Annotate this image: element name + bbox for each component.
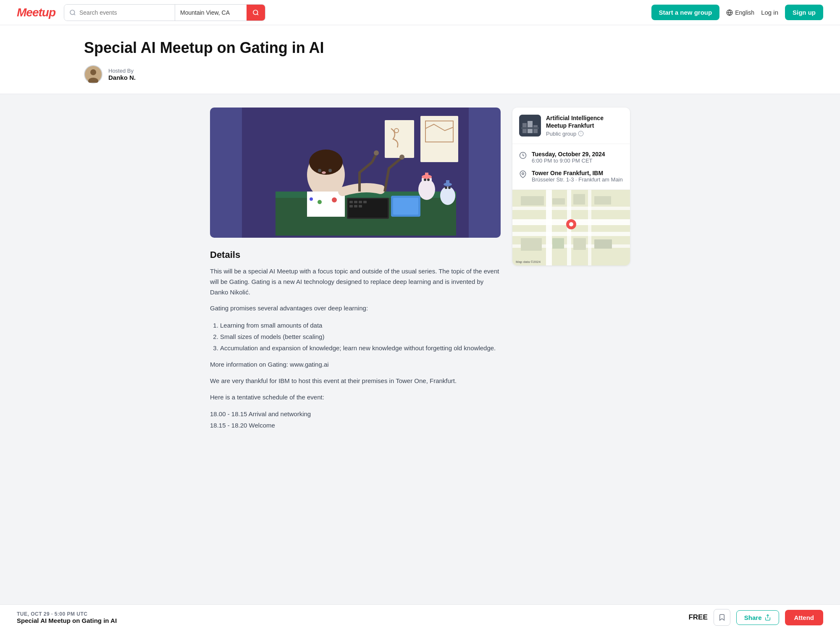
schedule-line-2: 18.15 - 18.20 Welcome (210, 420, 501, 431)
svg-point-18 (309, 150, 343, 175)
svg-rect-40 (354, 201, 357, 203)
svg-rect-72 (594, 196, 611, 205)
host-row: Hosted By Danko N. (84, 65, 756, 84)
svg-point-31 (440, 186, 455, 205)
language-selector[interactable]: English (726, 9, 754, 16)
group-info: Artificial Intelligence Meetup Frankfurt… (512, 108, 630, 144)
globe-icon (726, 9, 733, 16)
schedule-line-1: 18.00 - 18.15 Arrival and networking (210, 408, 501, 420)
svg-point-36 (448, 186, 451, 189)
details-heading: Details (210, 249, 501, 260)
svg-rect-17 (307, 192, 345, 217)
venue-meta-row: Tower One Frankfurt, IBM Brüsseler Str. … (519, 170, 623, 183)
date-primary: Tuesday, October 29, 2024 (532, 151, 605, 158)
list-item: Accumulation and expansion of knowledge;… (220, 342, 501, 354)
svg-point-20 (318, 169, 321, 172)
navbar: Meetup Start a new group English Log in … (0, 0, 840, 25)
location-input[interactable] (175, 5, 247, 21)
bottom-spacer (0, 453, 840, 482)
svg-rect-70 (552, 198, 565, 205)
svg-point-78 (569, 222, 573, 226)
svg-rect-73 (521, 238, 542, 251)
svg-rect-41 (359, 201, 362, 203)
svg-rect-44 (354, 205, 357, 207)
list-item: Small sizes of models (better scaling) (220, 331, 501, 342)
map-container[interactable]: Map data ©2024 (512, 190, 630, 265)
search-bar (64, 4, 265, 21)
svg-rect-43 (349, 205, 353, 207)
search-button[interactable] (247, 5, 265, 21)
svg-point-29 (424, 178, 426, 181)
description-5: Here is a tentative schedule of the even… (210, 392, 501, 403)
search-icon (69, 9, 76, 16)
svg-point-7 (90, 69, 96, 75)
venue-meta-text: Tower One Frankfurt, IBM Brüsseler Str. … (532, 170, 623, 183)
sidebar: Artificial Intelligence Meetup Frankfurt… (512, 108, 630, 439)
date-secondary: 6:00 PM to 9:00 PM CET (532, 158, 605, 164)
description-1: This will be a special AI Meetup with a … (210, 266, 501, 297)
svg-rect-74 (552, 238, 564, 249)
list-item: Learning from small amounts of data (220, 320, 501, 331)
date-meta-row: Tuesday, October 29, 2024 6:00 PM to 9:0… (519, 151, 623, 164)
hero-section: Special AI Meetup on Gating in AI Hosted… (0, 25, 840, 94)
start-group-button[interactable]: Start a new group (651, 5, 720, 20)
details-list: Learning from small amounts of data Smal… (220, 320, 501, 354)
svg-point-35 (445, 186, 447, 189)
svg-rect-28 (425, 173, 428, 178)
search-input-wrap (64, 5, 175, 21)
event-image (210, 108, 501, 238)
svg-rect-34 (446, 180, 449, 185)
hosted-by-label: Hosted By (108, 68, 136, 74)
svg-point-21 (328, 169, 332, 172)
description-3: More information on Gating: www.gating.a… (210, 360, 501, 370)
svg-point-19 (322, 171, 326, 174)
svg-rect-75 (573, 238, 586, 250)
description-2: Gating promises several advantages over … (210, 303, 501, 314)
signup-button[interactable]: Sign up (785, 5, 823, 20)
nav-actions: Start a new group English Log in Sign up (651, 5, 823, 20)
info-icon (578, 131, 584, 136)
venue-primary: Tower One Frankfurt, IBM (532, 170, 623, 176)
svg-point-23 (399, 155, 404, 160)
language-label: English (735, 9, 754, 16)
svg-point-0 (70, 10, 75, 15)
search-submit-icon (252, 9, 259, 16)
clock-icon (519, 152, 527, 159)
svg-rect-55 (521, 127, 539, 129)
group-details: Artificial Intelligence Meetup Frankfurt… (546, 114, 623, 136)
search-input[interactable] (79, 9, 170, 16)
group-thumbnail[interactable] (519, 115, 541, 136)
group-type: Public group (546, 131, 623, 137)
event-illustration (210, 108, 501, 238)
event-title: Special AI Meetup on Gating in AI (84, 39, 756, 57)
details-section: Details This will be a special AI Meetup… (210, 249, 501, 431)
svg-rect-42 (363, 201, 367, 203)
venue-secondary: Brüsseler Str. 1-3 · Frankfurt am Main (532, 176, 623, 183)
svg-point-30 (427, 178, 430, 181)
login-button[interactable]: Log in (761, 9, 778, 16)
host-avatar-image (85, 66, 102, 83)
svg-rect-69 (521, 196, 544, 205)
svg-rect-54 (533, 125, 538, 133)
date-meta-text: Tuesday, October 29, 2024 6:00 PM to 9:0… (532, 151, 605, 164)
svg-rect-71 (573, 194, 585, 205)
svg-rect-53 (528, 121, 533, 133)
svg-line-3 (257, 14, 258, 15)
svg-rect-76 (594, 239, 612, 249)
main-content: Details This will be a special AI Meetup… (126, 94, 714, 453)
meetup-logo[interactable]: Meetup (17, 6, 55, 19)
event-meta: Tuesday, October 29, 2024 6:00 PM to 9:0… (512, 144, 630, 190)
svg-rect-10 (385, 120, 414, 158)
svg-rect-47 (393, 198, 418, 215)
svg-rect-11 (420, 116, 458, 162)
svg-point-22 (374, 150, 379, 155)
svg-text:Map data ©2024: Map data ©2024 (516, 260, 541, 264)
svg-point-50 (310, 197, 313, 201)
svg-rect-66 (588, 190, 591, 265)
svg-point-49 (318, 200, 322, 204)
sidebar-card: Artificial Intelligence Meetup Frankfurt… (512, 108, 630, 265)
svg-rect-39 (349, 201, 353, 203)
svg-rect-45 (359, 205, 362, 207)
description-4: We are very thankful for IBM to host thi… (210, 376, 501, 386)
svg-point-2 (253, 10, 258, 15)
